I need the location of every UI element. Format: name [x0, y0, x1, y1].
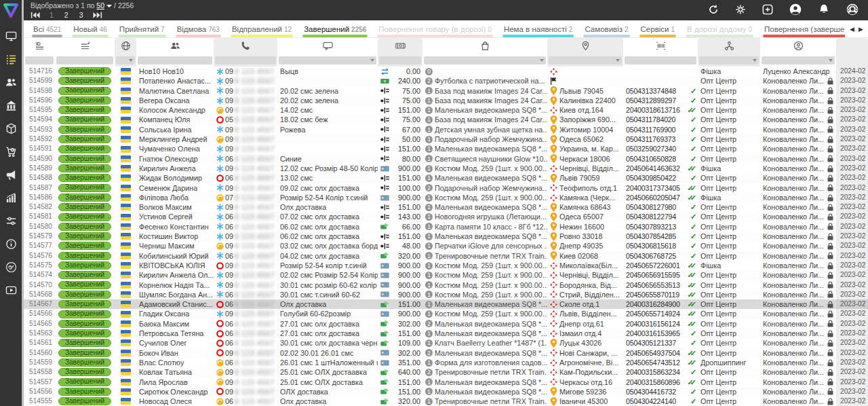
table-row[interactable]: 514559 Завершений Влас Слотюу 068 123 45… [24, 358, 868, 367]
table-row[interactable]: 514576 Завершений Кобилинський Юрий 068 … [24, 251, 868, 261]
table-row[interactable]: 514579 Завершений Костишин Виктор 098 12… [24, 232, 868, 241]
table-row[interactable]: 514574 Завершений Кирилич Анжела Ол... 0… [24, 270, 868, 280]
table-row[interactable]: 514598 Завершений Малютина Светлана 098 … [24, 86, 868, 96]
filter-ttn-input[interactable] [625, 56, 696, 64]
table-row[interactable]: 514565 Завершений Баюка Максим 068 123 4… [24, 319, 868, 329]
page-button-2[interactable]: 2 [64, 11, 68, 19]
table-row[interactable]: 514586 Завершений Філіпова Люба 078 123 … [24, 193, 868, 202]
tab-завершений[interactable]: Завершений2256 [302, 20, 368, 37]
filter-manager-input[interactable] [762, 56, 835, 64]
sidebar-item-products[interactable] [0, 118, 22, 141]
tabs-scroll-left-icon[interactable]: ◀ [850, 26, 854, 33]
tab-відправлений[interactable]: Відправлений12 [231, 20, 293, 37]
table-row[interactable]: 514561 Завершений Сучилов Олег 068 123 4… [24, 338, 868, 348]
column-header-comment[interactable] [277, 38, 378, 56]
table-row[interactable]: 514560 Завершений Бокоч Иван 098 123 456… [24, 348, 868, 358]
tab-відмова[interactable]: Відмова763 [176, 20, 221, 37]
tab-сервіси[interactable]: Сервіси1 [639, 20, 677, 37]
sidebar-item-marketing[interactable] [0, 164, 22, 187]
table-row[interactable]: 514563 Завершений Петровська Тетяна 068 … [24, 329, 868, 338]
table-row[interactable]: 514595 Завершений Колосок Александр 098 … [24, 105, 868, 115]
add-new-icon[interactable] [762, 4, 773, 15]
refresh-icon[interactable] [708, 4, 719, 15]
tab-новый[interactable]: Новый46 [72, 20, 108, 37]
table-row[interactable]: 514567 Завершений Адамовский Станис... 0… [24, 299, 868, 309]
column-header-client[interactable] [136, 38, 214, 56]
column-header-date[interactable] [836, 38, 868, 56]
notifications-bell-icon[interactable] [818, 3, 830, 16]
gear-icon[interactable] [735, 4, 746, 15]
column-header-payment[interactable] [378, 38, 422, 56]
table-row[interactable]: 514566 Завершений Гладик Оксана 098 123 … [24, 309, 868, 318]
sidebar-item-dashboard[interactable] [0, 26, 22, 49]
sidebar-item-company[interactable] [0, 95, 22, 118]
table-row[interactable]: 514590 Завершений Гнатюк Олексндр 068 12… [24, 154, 868, 164]
tab-повернення-товару-в-дорозі-[interactable]: Повернення товару (в дорозі)0 [377, 20, 493, 37]
column-header-delivery[interactable] [547, 38, 623, 56]
filter-client-input[interactable] [138, 56, 212, 64]
app-logo-icon[interactable] [3, 3, 19, 19]
filter-id-input[interactable] [25, 56, 54, 64]
table-row[interactable]: 514594 Завершений Компанец Юля 058 123 4… [24, 115, 868, 124]
table-row[interactable]: 514580 Завершений Фесенко Константин 068… [24, 222, 868, 232]
column-header-id[interactable]: ID [24, 38, 55, 56]
sidebar-item-settings[interactable] [0, 210, 22, 234]
filter-product-input[interactable] [424, 56, 546, 64]
filter-phone-input[interactable] [215, 56, 276, 64]
table-row[interactable]: 514716 Завершений Нов10 Нов10 098 123 45… [24, 67, 868, 76]
column-header-status[interactable] [55, 38, 115, 56]
column-header-phone[interactable] [214, 38, 277, 56]
table-row[interactable]: 514570 Завершений Корнелюк Надія Та... 0… [24, 280, 868, 290]
table-row[interactable]: 514558 Завершений Ковлак Татьяна 098 123… [24, 367, 868, 377]
table-row[interactable]: 514589 Завершений Кирилич Анжела 098 123… [24, 164, 868, 173]
tab-прийнятий[interactable]: Прийнятий7 [118, 20, 166, 37]
table-row[interactable]: 514591 Завершений Чумаченко Олена 098 12… [24, 144, 868, 153]
sidebar-item-info[interactable] [0, 234, 22, 257]
sidebar-item-statistics[interactable] [0, 187, 22, 210]
table-row[interactable]: 514582 Завершений Волков Максим 098 123 … [24, 202, 868, 212]
table-row[interactable]: 514575 Завершений КВІТОВСЬКА ЮЛІЯ 098 12… [24, 261, 868, 270]
table-row[interactable]: 514556 Завершений Сиротюк Олександр 098 … [24, 387, 868, 396]
page-button-1[interactable]: 1 [50, 11, 54, 19]
profile-icon[interactable] [789, 3, 802, 16]
table-row[interactable]: 514557 Завершений Лила Ярослав 098 123 4… [24, 377, 868, 387]
page-size-select[interactable]: 50 [96, 1, 104, 10]
sidebar-item-orders[interactable] [0, 49, 22, 72]
phone-masked-digits: 8 123 4567 [235, 329, 275, 338]
tab-всі[interactable]: Всі4521 [32, 20, 62, 37]
tabs-scroll-right-icon[interactable]: ▶ [859, 26, 863, 33]
table-row[interactable]: 514581 Завершений Устинов Сергей 068 123… [24, 212, 868, 221]
table-row[interactable]: 514599 Завершений Потапенко Анастас... 0… [24, 76, 868, 86]
sidebar-item-clients[interactable] [0, 72, 22, 95]
column-header-source[interactable] [698, 38, 760, 56]
filter-delivery-input[interactable] [549, 56, 622, 64]
table-row[interactable]: 514593 Завершений Сольська Ірина 098 123… [24, 125, 868, 134]
sidebar-item-partners[interactable] [0, 257, 22, 280]
column-header-product[interactable] [422, 38, 547, 56]
table-row[interactable]: 514587 Завершений Семенюк Дарина 098 123… [24, 183, 868, 193]
table-row[interactable]: 514568 Завершений Шумляс Богдана Ан... 0… [24, 290, 868, 299]
filter-comment-input[interactable] [279, 56, 376, 64]
sidebar-item-purchases[interactable] [0, 141, 22, 164]
filter-country-input[interactable] [116, 56, 135, 64]
last-page-button[interactable] [93, 12, 102, 19]
first-page-button[interactable] [31, 12, 40, 19]
column-header-country[interactable] [115, 38, 136, 56]
tab-нема-в-наявності[interactable]: Нема в наявності2 [502, 20, 574, 37]
page-button-3[interactable]: 3 [79, 11, 83, 19]
filter-status-input[interactable] [56, 56, 113, 64]
manager-name: Коноваленко Ли... [763, 154, 824, 164]
filter-payment-input[interactable] [379, 56, 421, 64]
table-row[interactable]: 514592 Завершений Мерклингер Андрей 098 … [24, 134, 868, 144]
table-row[interactable]: 514555 Завершений Новосад Олеся 068 123 … [24, 396, 868, 406]
table-row[interactable]: 514577 Завершений Черниш Максим 098 123 … [24, 241, 868, 251]
column-header-manager[interactable] [760, 38, 836, 56]
sidebar-item-tutorials[interactable] [0, 280, 22, 303]
filter-source-input[interactable] [699, 56, 759, 64]
table-row[interactable]: 514588 Завершений Жидак Володимир 068 12… [24, 173, 868, 183]
column-header-ttn[interactable] [623, 38, 698, 56]
tab-в-дорозі-додому[interactable]: В дорозі додому0 [686, 20, 753, 37]
support-headset-icon[interactable] [846, 3, 859, 16]
table-row[interactable]: 514596 Завершений Вегера Оксана 098 123 … [24, 96, 868, 105]
tab-самовивіз[interactable]: Самовивіз2 [583, 20, 629, 37]
